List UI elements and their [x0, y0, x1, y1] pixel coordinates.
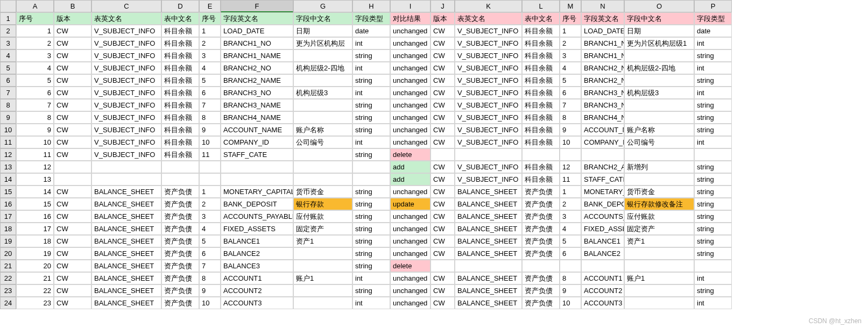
cell-G19[interactable]: 资产1 [293, 235, 352, 247]
cell-J12[interactable] [431, 148, 455, 161]
cell-J5[interactable]: CW [431, 62, 455, 74]
cell-H24[interactable]: int [352, 297, 390, 309]
cell-D23[interactable]: 资产负债 [161, 284, 199, 297]
cell-E23[interactable]: 9 [199, 284, 221, 297]
cell-A8[interactable]: 7 [16, 99, 54, 111]
cell-G13[interactable] [293, 161, 352, 173]
cell-E14[interactable] [199, 173, 221, 186]
cell-I16[interactable]: update [390, 198, 431, 210]
cell-G2[interactable]: 日期 [293, 25, 352, 37]
cell-M15[interactable]: 1 [560, 186, 581, 198]
cell-D12[interactable]: 科目余额 [161, 148, 199, 161]
cell-F6[interactable]: BRANCH2_NAME [221, 74, 293, 87]
cell-N22[interactable]: ACCOUNT1 [581, 272, 624, 284]
cell-B12[interactable]: CW [54, 148, 91, 161]
cell-H18[interactable]: string [352, 223, 390, 235]
cell-B18[interactable]: CW [54, 223, 91, 235]
cell-B21[interactable]: CW [54, 260, 91, 272]
cell-D3[interactable]: 科目余额 [161, 37, 199, 49]
cell-N19[interactable]: BALANCE1 [581, 235, 624, 247]
cell-M23[interactable]: 9 [560, 284, 581, 297]
row-header-4[interactable]: 4 [0, 49, 16, 62]
row-header-15[interactable]: 15 [0, 186, 16, 198]
cell-O19[interactable]: 资产1 [624, 235, 694, 247]
cell-I5[interactable]: unchanged [390, 62, 431, 74]
cell-J24[interactable]: CW [431, 297, 455, 309]
cell-K6[interactable]: V_SUBJECT_INFO [455, 74, 522, 87]
cell-J9[interactable]: CW [431, 111, 455, 124]
cell-M22[interactable]: 8 [560, 272, 581, 284]
cell-I23[interactable]: unchanged [390, 284, 431, 297]
cell-F5[interactable]: BRANCH2_NO [221, 62, 293, 74]
cell-M6[interactable]: 5 [560, 74, 581, 87]
cell-A6[interactable]: 5 [16, 74, 54, 87]
cell-D17[interactable]: 资产负债 [161, 210, 199, 223]
cell-I22[interactable]: unchanged [390, 272, 431, 284]
cell-C16[interactable]: BALANCE_SHEET [91, 198, 161, 210]
cell-E8[interactable]: 7 [199, 99, 221, 111]
cell-O17[interactable]: 应付账款 [624, 210, 694, 223]
col-header-M[interactable]: M [560, 0, 581, 12]
col-header-J[interactable]: J [431, 0, 455, 12]
cell-G16[interactable]: 银行存款 [293, 198, 352, 210]
cell-B14[interactable] [54, 173, 91, 186]
cell-H21[interactable]: string [352, 260, 390, 272]
cell-C19[interactable]: BALANCE_SHEET [91, 235, 161, 247]
cell-O16[interactable]: 银行存款修改备注 [624, 198, 694, 210]
cell-C9[interactable]: V_SUBJECT_INFO [91, 111, 161, 124]
cell-P5[interactable]: int [694, 62, 732, 74]
cell-O13[interactable]: 新增列 [624, 161, 694, 173]
cell-D22[interactable]: 资产负债 [161, 272, 199, 284]
cell-P17[interactable]: string [694, 210, 732, 223]
cell-D2[interactable]: 科目余额 [161, 25, 199, 37]
cell-P8[interactable]: string [694, 99, 732, 111]
cell-L2[interactable]: 科目余额 [522, 25, 560, 37]
cell-M10[interactable]: 9 [560, 124, 581, 136]
cell-M5[interactable]: 4 [560, 62, 581, 74]
cell-G8[interactable] [293, 99, 352, 111]
cell-O2[interactable]: 日期 [624, 25, 694, 37]
cell-H3[interactable]: int [352, 37, 390, 49]
cell-H5[interactable]: int [352, 62, 390, 74]
cell-J18[interactable]: CW [431, 223, 455, 235]
row-header-12[interactable]: 12 [0, 148, 16, 161]
cell-M11[interactable]: 10 [560, 136, 581, 148]
cell-P4[interactable]: string [694, 49, 732, 62]
cell-J6[interactable]: CW [431, 74, 455, 87]
header-cell-A[interactable]: 序号 [16, 12, 54, 25]
cell-L4[interactable]: 科目余额 [522, 49, 560, 62]
cell-I12[interactable]: delete [390, 148, 431, 161]
cell-B13[interactable] [54, 161, 91, 173]
cell-O3[interactable]: 更为片区机构层级1 [624, 37, 694, 49]
cell-G11[interactable]: 公司编号 [293, 136, 352, 148]
cell-C17[interactable]: BALANCE_SHEET [91, 210, 161, 223]
cell-K18[interactable]: BALANCE_SHEET [455, 223, 522, 235]
cell-H2[interactable]: date [352, 25, 390, 37]
cell-D6[interactable]: 科目余额 [161, 74, 199, 87]
cell-L22[interactable]: 资产负债 [522, 272, 560, 284]
cell-F14[interactable] [221, 173, 293, 186]
cell-J22[interactable]: CW [431, 272, 455, 284]
cell-F16[interactable]: BANK_DEPOSIT [221, 198, 293, 210]
cell-L21[interactable] [522, 260, 560, 272]
col-header-C[interactable]: C [91, 0, 161, 12]
cell-P22[interactable]: int [694, 272, 732, 284]
cell-O14[interactable] [624, 173, 694, 186]
row-header-23[interactable]: 23 [0, 284, 16, 297]
cell-B6[interactable]: CW [54, 74, 91, 87]
row-header-1[interactable]: 1 [0, 12, 16, 25]
cell-P11[interactable]: int [694, 136, 732, 148]
cell-N20[interactable]: BALANCE2 [581, 247, 624, 260]
cell-E4[interactable]: 3 [199, 49, 221, 62]
cell-C5[interactable]: V_SUBJECT_INFO [91, 62, 161, 74]
cell-F11[interactable]: COMPANY_ID [221, 136, 293, 148]
cell-L18[interactable]: 资产负债 [522, 223, 560, 235]
cell-A5[interactable]: 4 [16, 62, 54, 74]
cell-I21[interactable]: delete [390, 260, 431, 272]
cell-K19[interactable]: BALANCE_SHEET [455, 235, 522, 247]
cell-J21[interactable] [431, 260, 455, 272]
cell-P3[interactable]: int [694, 37, 732, 49]
cell-L23[interactable]: 资产负债 [522, 284, 560, 297]
cell-I8[interactable]: unchanged [390, 99, 431, 111]
cell-E17[interactable]: 3 [199, 210, 221, 223]
